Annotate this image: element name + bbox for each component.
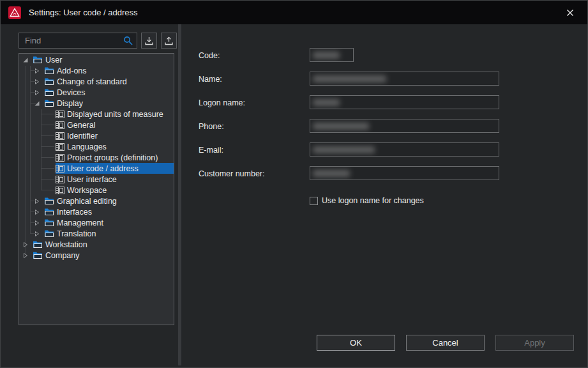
settings-page-icon	[56, 121, 64, 129]
tree-connector	[41, 157, 54, 158]
expander-collapsed-icon[interactable]	[22, 241, 29, 249]
tree-item-management[interactable]: Management	[19, 217, 174, 228]
email-input[interactable]	[310, 142, 499, 157]
customer-number-label: Customer number:	[199, 166, 310, 178]
form-row-code: Code:	[199, 48, 499, 72]
arrow-down-to-tray-icon	[144, 36, 154, 45]
pane-splitter[interactable]	[178, 24, 181, 365]
tree-item-user-interface[interactable]: User interface	[19, 174, 174, 185]
name-input[interactable]	[310, 72, 499, 86]
tree-item-display[interactable]: Display	[19, 98, 174, 109]
tree-item-company[interactable]: Company	[19, 250, 174, 261]
tree-connector	[41, 135, 54, 136]
export-settings-button[interactable]	[161, 33, 177, 49]
settings-page-icon	[56, 132, 64, 140]
logon-name-label: Logon name:	[199, 95, 310, 107]
tree-item-label: Workspace	[67, 186, 107, 195]
form-row-name: Name:	[199, 72, 499, 95]
phone-input[interactable]	[310, 119, 499, 133]
tree-item-identifier[interactable]: Identifier	[19, 130, 174, 141]
tree-item-change-of-standard[interactable]: Change of standard	[19, 76, 174, 87]
tree-item-label: User	[45, 56, 62, 65]
tree-item-label: Add-ons	[57, 66, 87, 75]
settings-page-icon	[56, 154, 64, 162]
close-icon[interactable]	[559, 4, 581, 22]
settings-page-icon	[56, 143, 64, 151]
settings-page-icon	[56, 176, 64, 183]
import-settings-button[interactable]	[141, 33, 157, 49]
expander-collapsed-icon[interactable]	[22, 252, 29, 259]
find-row	[19, 33, 177, 49]
tree-connector	[41, 114, 54, 114]
tree-connector	[30, 92, 36, 93]
tree-connector	[30, 201, 36, 201]
search-input[interactable]	[24, 35, 123, 46]
window-title: Settings: User code / address	[29, 8, 138, 17]
tree-item-label: Identifier	[67, 132, 98, 141]
tree-connector	[41, 179, 54, 180]
name-label: Name:	[199, 72, 310, 84]
logon-name-redacted-value	[313, 99, 340, 106]
user-address-form: Code:Name:Logon name:Phone:E-mail:Custom…	[199, 48, 499, 190]
use-logon-name-checkbox[interactable]	[310, 197, 318, 205]
settings-dialog: Settings: User code / address	[0, 0, 588, 368]
tree-item-label: Devices	[57, 88, 85, 97]
tree-connector	[41, 146, 54, 147]
search-icon[interactable]	[123, 35, 133, 46]
tree-item-workspace[interactable]: Workspace	[19, 185, 174, 195]
tree-item-label: Project groups (definition)	[67, 153, 158, 162]
tree-item-label: Displayed units of measure	[67, 110, 163, 119]
settings-page-icon	[56, 111, 64, 118]
tree-item-label: Management	[57, 218, 103, 227]
tree-item-project-groups-definition[interactable]: Project groups (definition)	[19, 152, 174, 163]
tree-item-interfaces[interactable]: Interfaces	[19, 206, 174, 217]
folder-icon	[44, 208, 54, 216]
folder-icon	[44, 66, 54, 75]
settings-page-icon	[56, 165, 64, 172]
expander-expanded-icon[interactable]	[22, 56, 29, 64]
tree-item-add-ons[interactable]: Add-ons	[19, 65, 174, 76]
tree-connector	[30, 81, 36, 82]
form-row-phone: Phone:	[199, 119, 499, 142]
tree-item-general[interactable]: General	[19, 119, 174, 130]
tree-item-workstation[interactable]: Workstation	[19, 239, 174, 250]
folder-icon	[44, 218, 54, 227]
use-logon-name-label: Use logon name for changes	[322, 196, 424, 205]
folder-icon	[33, 240, 43, 249]
tree-item-label: Graphical editing	[57, 197, 117, 206]
customer-number-redacted-value	[313, 170, 350, 177]
tree-item-user-code-address[interactable]: User code / address	[19, 163, 174, 174]
code-input[interactable]	[310, 48, 354, 62]
form-row-customer-number: Customer number:	[199, 166, 499, 190]
tree-item-languages[interactable]: Languages	[19, 141, 174, 152]
tree-connector	[30, 211, 36, 212]
code-redacted-value	[313, 52, 340, 59]
phone-redacted-value	[313, 123, 369, 130]
customer-number-input[interactable]	[310, 166, 499, 180]
code-label: Code:	[199, 48, 310, 60]
tree-connector	[30, 233, 36, 234]
tree-item-translation[interactable]: Translation	[19, 228, 174, 239]
find-box	[19, 33, 137, 49]
folder-icon	[44, 229, 54, 238]
use-logon-name-row: Use logon name for changes	[310, 196, 424, 205]
tree-connector	[30, 70, 36, 71]
folder-icon	[44, 197, 54, 205]
tree-item-displayed-units-of-measure[interactable]: Displayed units of measure	[19, 109, 174, 119]
tree-connector	[30, 103, 36, 103]
form-row-email: E-mail:	[199, 142, 499, 166]
tree-item-user[interactable]: User	[19, 54, 174, 65]
tree-item-label: User interface	[67, 175, 117, 184]
logon-name-input[interactable]	[310, 95, 499, 109]
folder-icon	[33, 251, 43, 259]
tree-item-devices[interactable]: Devices	[19, 87, 174, 98]
tree-item-label: Workstation	[45, 240, 87, 249]
name-redacted-value	[313, 75, 386, 82]
tree-item-label: Display	[57, 99, 83, 108]
tree-item-graphical-editing[interactable]: Graphical editing	[19, 195, 174, 206]
cancel-button[interactable]: Cancel	[406, 335, 485, 351]
folder-icon	[44, 88, 54, 96]
ok-button[interactable]: OK	[317, 335, 395, 351]
tree-item-label: Company	[45, 251, 80, 260]
phone-label: Phone:	[199, 119, 310, 131]
